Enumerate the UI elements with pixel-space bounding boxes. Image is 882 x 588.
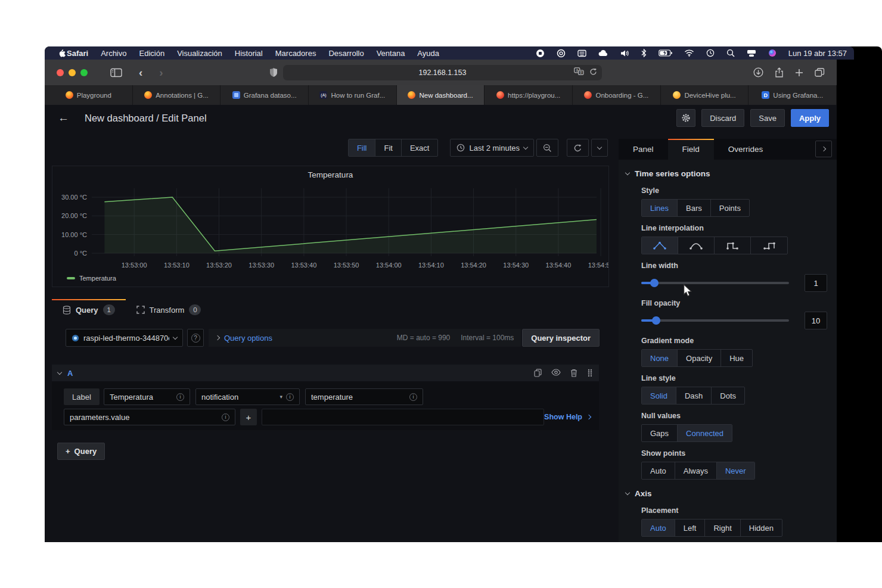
field-input[interactable]: parameters.value i — [64, 409, 235, 425]
siri-icon[interactable] — [768, 49, 777, 57]
null-values-option-gaps[interactable]: Gaps — [642, 425, 678, 441]
browser-tab-onboarding[interactable]: Onboarding - G... — [573, 85, 661, 105]
forward-nav-button[interactable]: › — [159, 66, 163, 79]
tab-overview-icon[interactable] — [815, 68, 825, 77]
discard-button[interactable]: Discard — [701, 109, 744, 127]
line-style-option-dash[interactable]: Dash — [676, 387, 712, 404]
wifi-icon[interactable] — [684, 49, 694, 57]
new-tab-icon[interactable] — [795, 69, 803, 77]
menu-marcadores[interactable]: Marcadores — [275, 49, 316, 58]
placement-option-left[interactable]: Left — [675, 519, 706, 536]
style-option-lines[interactable]: Lines — [642, 200, 678, 216]
sidebar-toggle-icon[interactable] — [110, 68, 122, 77]
query-inspector-button[interactable]: Query inspector — [522, 329, 600, 347]
browser-tab-new-dashboard[interactable]: New dashboard... — [397, 85, 485, 105]
interpolation-step-before-button[interactable] — [715, 237, 751, 254]
share-icon[interactable] — [775, 67, 784, 78]
add-query-button[interactable]: + Query — [57, 443, 105, 460]
interpolation-step-after-button[interactable] — [751, 237, 787, 254]
browser-tab-devicehive[interactable]: DeviceHive plu... — [661, 85, 749, 105]
apple-menu-icon[interactable] — [58, 49, 66, 58]
line-style-option-solid[interactable]: Solid — [642, 387, 676, 404]
back-nav-button[interactable]: ‹ — [139, 66, 142, 79]
line-width-value[interactable]: 1 — [805, 274, 827, 292]
browser-tab-using-grafana[interactable]: DUsing Grafana... — [749, 85, 837, 105]
menu-historial[interactable]: Historial — [235, 49, 263, 58]
downloads-icon[interactable] — [753, 67, 763, 77]
browser-tab-grafana-datasource[interactable]: Grafana dataso... — [220, 85, 309, 105]
panel-settings-button[interactable] — [676, 109, 695, 127]
notification-select[interactable]: notification ▾ i — [195, 388, 300, 405]
duplicate-query-icon[interactable] — [534, 369, 542, 377]
time-series-options-section-header[interactable]: Time series options — [626, 169, 827, 178]
browser-tab-playground[interactable]: Playground — [45, 85, 133, 105]
battery-icon[interactable] — [659, 49, 672, 57]
refresh-interval-dropdown[interactable] — [591, 139, 608, 157]
cloud-sync-icon[interactable] — [598, 49, 608, 57]
style-option-points[interactable]: Points — [711, 200, 749, 216]
bluetooth-icon[interactable] — [641, 49, 647, 57]
empty-expression-input[interactable] — [262, 409, 544, 425]
query-options-toggle[interactable]: Query options — [224, 334, 272, 343]
placement-option-auto[interactable]: Auto — [642, 519, 675, 536]
show-points-option-auto[interactable]: Auto — [642, 462, 675, 479]
query-a-header[interactable]: A — [52, 365, 599, 381]
zoom-window-button[interactable] — [80, 69, 88, 76]
tab-query[interactable]: Query 1 — [52, 299, 126, 321]
show-points-option-never[interactable]: Never — [717, 462, 754, 479]
datasource-help-button[interactable]: ? — [187, 329, 204, 347]
apply-button[interactable]: Apply — [791, 109, 829, 127]
interpolation-linear-button[interactable] — [642, 237, 678, 254]
null-values-option-connected[interactable]: Connected — [678, 425, 732, 441]
creative-cloud-icon[interactable] — [557, 49, 566, 58]
reload-icon[interactable] — [589, 68, 597, 76]
browser-tab-playground-url[interactable]: https://playgrou... — [485, 85, 573, 105]
add-field-button[interactable]: + — [240, 409, 257, 425]
menu-archivo[interactable]: Archivo — [101, 49, 126, 58]
axis-section-header[interactable]: Axis — [626, 489, 827, 498]
time-machine-icon[interactable] — [706, 49, 715, 57]
minimize-window-button[interactable] — [69, 69, 76, 76]
measurement-input[interactable]: temperature i — [305, 388, 423, 405]
show-help-link[interactable]: Show Help — [544, 413, 591, 421]
tab-field[interactable]: Field — [668, 139, 714, 160]
fit-mode-fill-button[interactable]: Fill — [349, 139, 376, 156]
menu-visualizacion[interactable]: Visualización — [177, 49, 222, 58]
fit-mode-exact-button[interactable]: Exact — [402, 139, 438, 156]
display-icon[interactable] — [747, 49, 756, 57]
tab-transform[interactable]: Transform 0 — [126, 299, 212, 321]
label-input[interactable]: Temperatura i — [104, 388, 190, 405]
gradient-option-opacity[interactable]: Opacity — [678, 350, 721, 366]
save-button[interactable]: Save — [750, 109, 785, 127]
menubar-clock[interactable]: Lun 19 abr 13:57 — [788, 49, 847, 58]
gradient-option-hue[interactable]: Hue — [721, 350, 752, 366]
fill-opacity-value[interactable]: 10 — [805, 312, 827, 329]
placement-option-right[interactable]: Right — [705, 519, 740, 536]
legend-item-temperatura[interactable]: Temperatura — [67, 275, 116, 282]
translate-icon[interactable]: a文 — [574, 67, 584, 76]
keyboard-icon[interactable] — [577, 49, 586, 57]
refresh-button[interactable] — [567, 139, 589, 157]
interpolation-smooth-button[interactable] — [678, 237, 715, 254]
style-option-bars[interactable]: Bars — [678, 200, 711, 216]
datasource-select[interactable]: raspi-led-thermo-344870ec — [66, 329, 183, 347]
line-width-slider[interactable] — [641, 274, 789, 292]
line-style-option-dots[interactable]: Dots — [712, 387, 744, 404]
tab-overrides[interactable]: Overrides — [714, 139, 778, 160]
menu-ventana[interactable]: Ventana — [377, 49, 405, 58]
menu-edicion[interactable]: Edición — [139, 49, 165, 58]
menu-desarrollo[interactable]: Desarrollo — [328, 49, 364, 58]
close-window-button[interactable] — [57, 69, 64, 76]
volume-icon[interactable] — [620, 49, 629, 57]
browser-tab-how-to-run[interactable]: (A)How to run Graf... — [309, 85, 397, 105]
zoom-out-time-button[interactable] — [536, 139, 558, 157]
hide-query-eye-icon[interactable] — [551, 369, 561, 377]
time-range-picker[interactable]: Last 2 minutes — [450, 139, 534, 157]
menu-safari[interactable]: Safari — [67, 49, 88, 58]
drag-handle-icon[interactable] — [587, 369, 593, 377]
fill-opacity-slider[interactable] — [641, 312, 789, 329]
spotlight-icon[interactable] — [726, 49, 735, 57]
screen-record-icon[interactable] — [536, 49, 545, 58]
delete-query-trash-icon[interactable] — [570, 369, 577, 377]
placement-option-hidden[interactable]: Hidden — [741, 519, 782, 536]
